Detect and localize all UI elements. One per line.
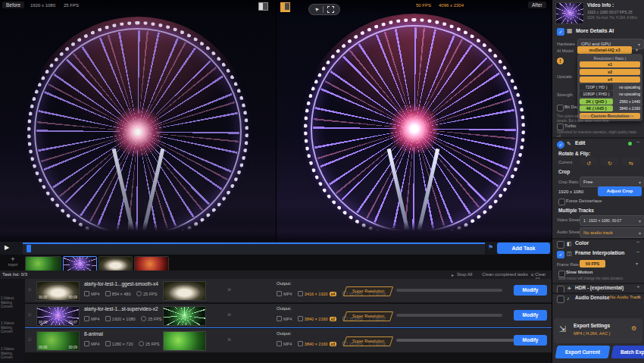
collapse-icon[interactable]: − [636, 239, 640, 246]
rotate-right-button[interactable]: ↻ [601, 158, 619, 165]
modify-button[interactable]: Modify [514, 310, 547, 321]
frame-interpolation-label: Frame Interpolation [575, 250, 624, 255]
export-settings-card[interactable]: ⇲ Export Settings MP4 ( H.264, AAC ) ⚙ [554, 318, 642, 343]
ai-model-select[interactable]: moDetail-HQ x3 [577, 46, 632, 54]
super-resolution-tag: Super Resolution [343, 311, 393, 321]
in-format: MP4 [91, 317, 99, 321]
ground [0, 222, 276, 242]
upscale-dropdown-panel: Resolution ( Ratio ) x1 x2 x4 720P ( HD … [577, 54, 642, 121]
scale-badge: x2 [330, 317, 337, 321]
play-button[interactable]: ▶ [5, 245, 9, 251]
media-thumb-red-animal[interactable] [134, 256, 169, 272]
more-details-label: More Details AI [576, 28, 614, 33]
out-res: 3416 × 1920 [305, 292, 328, 296]
frame-interpolation-checkbox[interactable]: ✓ [557, 251, 564, 258]
option-1080p[interactable]: 1080P ( FHD ) [580, 91, 613, 97]
expand-icon[interactable]: + [636, 294, 640, 300]
add-task-button[interactable]: Add Task [497, 243, 550, 254]
frame-rate-select[interactable]: 50 FPS [580, 260, 605, 268]
rotate-left-icon: ↺ [586, 161, 591, 166]
in-format: MP4 [91, 342, 99, 346]
adjust-crop-button[interactable]: Adjust Crop [598, 186, 642, 196]
audio-denoise-checkbox[interactable] [557, 296, 564, 303]
cursor-tool-icon[interactable]: ➤ [313, 6, 320, 13]
modify-button[interactable]: Modify [514, 335, 547, 346]
crop-title: Crop [558, 169, 570, 174]
task-list-count: Task list: 0/3 [2, 272, 27, 277]
format-icon [277, 291, 282, 296]
drag-handle-icon[interactable]: ≡ [28, 337, 32, 343]
drag-handle-icon[interactable]: ≡ [28, 312, 32, 318]
status-dot [628, 142, 632, 146]
media-thumb-parrot[interactable] [25, 256, 61, 272]
task-row[interactable]: ≡ 00:00 00:09 alarty-for-test-1...ggest-… [25, 279, 552, 302]
task-input-thumbnail[interactable]: 00:00 00:09 [36, 281, 80, 301]
section-divider [552, 293, 644, 294]
chevron-down-icon[interactable]: ▾ [636, 261, 638, 266]
compare-split-view-icon[interactable] [280, 2, 290, 11]
progress-track [396, 289, 502, 292]
video-info-thumbnail[interactable] [555, 2, 584, 24]
collapse-icon[interactable]: − [636, 139, 640, 146]
task-output-thumbnail[interactable] [163, 281, 206, 301]
playhead[interactable] [27, 245, 31, 252]
drag-handle-icon[interactable]: ≡ [28, 287, 32, 293]
option-1080p-value: no upscaling [619, 92, 640, 96]
resolution-icon [105, 316, 111, 321]
expand-icon[interactable]: + [636, 284, 640, 290]
video-stream-value: 1 : 1920 × 1080, 00:07 [583, 218, 621, 223]
batch-export-button[interactable]: Batch Export [611, 346, 644, 358]
import-button[interactable]: + import [5, 255, 21, 270]
rotate-right-icon: ↻ [608, 161, 612, 166]
sliders-icon[interactable]: ⚙ [631, 326, 636, 332]
video-stream-select[interactable]: 1 : 1920 × 1080, 00:07 ▾ [580, 215, 644, 226]
task-input-thumbnail[interactable]: 00:00 00:07 [36, 306, 80, 326]
option-720p[interactable]: 720P ( HD ) [580, 84, 613, 90]
force-deinterlace-checkbox[interactable] [558, 199, 565, 205]
arrow-icon: » [227, 311, 231, 318]
edit-checkbox[interactable]: ✓ [557, 141, 564, 149]
seek-bar[interactable] [23, 243, 485, 255]
bit-depth-checkbox[interactable] [557, 105, 564, 111]
chevron-down-icon: ▾ [639, 218, 641, 224]
format-icon [84, 291, 89, 296]
task-input-thumbnail[interactable]: 00:00 00:09 [36, 331, 80, 351]
chevron-down-icon[interactable]: ▾ [636, 47, 638, 52]
scale-x2-option[interactable]: x2 [580, 69, 640, 75]
in-res: 1920 × 1080 [112, 317, 136, 321]
fps-icon [141, 316, 146, 321]
slow-motion-description: Slow motion will change the video durati… [558, 277, 642, 281]
crop-ratio-select[interactable]: Free ▾ [580, 177, 644, 187]
section-divider [552, 283, 644, 284]
after-fps: 50 FPS [416, 3, 431, 8]
clean-completed-link[interactable]: Clean completed tasks [482, 272, 528, 277]
more-details-checkbox[interactable]: ✓ [557, 28, 564, 36]
compare-single-view-icon[interactable] [258, 2, 268, 11]
rotate-left-button[interactable]: ↺ [580, 158, 598, 165]
task-row-selected[interactable]: ≡ 00:00 00:07 alarty-for-test-1...st-sup… [25, 304, 552, 328]
scale-x4-option[interactable]: x4 [580, 77, 640, 83]
option-2k[interactable]: 2K ( QHD ) [580, 99, 613, 105]
output-label: Output: [277, 281, 292, 286]
modify-button[interactable]: Modify [514, 285, 547, 296]
video-info-title: Video Info : [587, 2, 614, 8]
task-output-thumbnail[interactable] [163, 331, 206, 351]
task-output-thumbnail[interactable] [163, 306, 206, 326]
export-current-button[interactable]: Export Current [555, 346, 611, 358]
turbo-checkbox[interactable] [557, 124, 564, 130]
audio-stream-select[interactable]: No audio track ▾ [580, 227, 644, 238]
flip-button[interactable]: ⇆ [622, 158, 640, 165]
option-4k[interactable]: 4K ( UHD ) [580, 105, 613, 111]
fit-screen-icon[interactable] [327, 6, 334, 13]
scale-x1-option[interactable]: x1 [580, 61, 640, 67]
color-checkbox[interactable] [557, 241, 564, 249]
scale-badge: x4 [330, 292, 337, 296]
stop-all-link[interactable]: Stop All [457, 272, 472, 277]
task-row[interactable]: ≡ 00:00 00:09 8-animal MP4 1280 × 720 25… [25, 329, 552, 352]
bookmark-icon[interactable]: ⚑ [488, 245, 493, 251]
media-thumb-owl[interactable] [98, 256, 133, 272]
collapse-icon[interactable]: − [636, 249, 640, 255]
media-thumb-ferris-wheel[interactable] [63, 256, 97, 272]
hdr-label: HDR - (experimental) [575, 285, 624, 290]
option-4k-value: 3840 x 2160 [619, 106, 640, 111]
